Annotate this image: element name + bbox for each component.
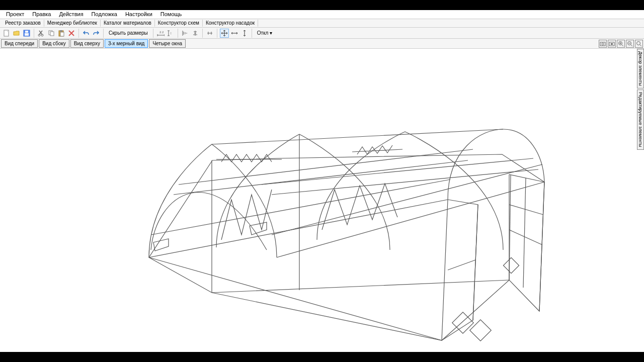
viewbar: Вид спереди Вид сбоку Вид сверху 3-х мер… bbox=[0, 39, 644, 49]
separator bbox=[34, 29, 34, 38]
zoom-out-icon[interactable] bbox=[626, 40, 634, 48]
menu-edit[interactable]: Правка bbox=[28, 11, 55, 18]
undo-icon[interactable] bbox=[82, 29, 91, 38]
deviation-label: Откл bbox=[257, 30, 269, 36]
side-tab-editable[interactable]: Редактируемые элементы bbox=[637, 89, 644, 150]
separator bbox=[178, 29, 178, 38]
menu-order-registry[interactable]: Реестр заказов bbox=[2, 20, 44, 27]
menu-settings[interactable]: Настройки bbox=[121, 11, 156, 18]
view-side-button[interactable]: Вид сбоку bbox=[39, 39, 69, 48]
app-window: Проект Правка Действия Подложка Настройк… bbox=[0, 10, 644, 352]
menu-help[interactable]: Помощь bbox=[156, 11, 186, 18]
svg-rect-20 bbox=[452, 312, 473, 333]
svg-point-19 bbox=[637, 42, 640, 45]
view-right-icons bbox=[599, 40, 643, 48]
deviation-dropdown[interactable]: Откл ▾ bbox=[255, 29, 275, 37]
separator bbox=[217, 29, 217, 38]
menu-project[interactable]: Проект bbox=[2, 11, 28, 18]
svg-text:↕: ↕ bbox=[170, 31, 172, 35]
side-tab-decor[interactable]: Декор элементы bbox=[637, 49, 644, 88]
align-center-icon[interactable] bbox=[191, 29, 200, 38]
menubar: Проект Правка Действия Подложка Настройк… bbox=[0, 10, 644, 19]
separator bbox=[78, 29, 79, 38]
viewport-3d[interactable] bbox=[0, 49, 644, 351]
toolbar: Скрыть размеры 2.2 ↕ Откл ▾ bbox=[0, 28, 644, 39]
view-3d-button[interactable]: 3-х мерный вид bbox=[105, 39, 148, 48]
separator bbox=[252, 29, 252, 38]
svg-rect-9 bbox=[60, 30, 62, 32]
zoom-fit-icon[interactable] bbox=[635, 40, 643, 48]
separator bbox=[103, 29, 104, 38]
secondary-menubar: Реестр заказов Менеджер библиотек Катало… bbox=[0, 19, 644, 28]
svg-text:2.2: 2.2 bbox=[159, 31, 164, 34]
view-top-button[interactable]: Вид сверху bbox=[70, 39, 104, 48]
dimension-v-icon[interactable]: ↕ bbox=[166, 29, 175, 38]
menu-actions[interactable]: Действия bbox=[55, 11, 87, 18]
distribute-icon[interactable] bbox=[205, 29, 214, 38]
svg-rect-7 bbox=[50, 32, 54, 36]
svg-rect-21 bbox=[470, 320, 491, 341]
svg-rect-3 bbox=[25, 31, 28, 33]
open-file-icon[interactable] bbox=[12, 29, 21, 38]
menu-scheme-constructor[interactable]: Конструктор схем bbox=[155, 20, 203, 27]
hide-dimensions-button[interactable]: Скрыть размеры bbox=[106, 29, 150, 37]
move-icon[interactable] bbox=[220, 29, 229, 38]
svg-point-14 bbox=[602, 43, 604, 45]
menu-library-manager[interactable]: Менеджер библиотек bbox=[44, 20, 101, 27]
zoom-in-icon[interactable] bbox=[617, 40, 625, 48]
svg-rect-16 bbox=[611, 43, 613, 45]
cut-icon[interactable] bbox=[37, 29, 46, 38]
new-file-icon[interactable] bbox=[2, 29, 11, 38]
save-icon[interactable] bbox=[22, 29, 31, 38]
separator bbox=[153, 29, 153, 38]
align-left-icon[interactable] bbox=[181, 29, 190, 38]
resize-v-icon[interactable] bbox=[240, 29, 249, 38]
menu-material-catalog[interactable]: Каталог материалов bbox=[101, 20, 155, 27]
paste-icon[interactable] bbox=[57, 29, 66, 38]
svg-rect-22 bbox=[503, 257, 519, 273]
redo-icon[interactable] bbox=[92, 29, 101, 38]
dimension-h-icon[interactable]: 2.2 bbox=[156, 29, 165, 38]
greenhouse-wireframe bbox=[0, 49, 637, 351]
menu-underlay[interactable]: Подложка bbox=[88, 11, 121, 18]
delete-icon[interactable] bbox=[67, 29, 76, 38]
separator bbox=[202, 29, 203, 38]
menu-nozzle-constructor[interactable]: Конструктор насадок bbox=[203, 20, 258, 27]
view-four-windows-button[interactable]: Четыре окна bbox=[149, 39, 186, 48]
svg-rect-10 bbox=[60, 32, 64, 36]
snapshot-icon[interactable] bbox=[608, 40, 616, 48]
copy-icon[interactable] bbox=[47, 29, 56, 38]
side-tabs: Декор элементы Редактируемые элементы bbox=[637, 49, 644, 151]
svg-rect-2 bbox=[25, 33, 29, 36]
camera-icon[interactable] bbox=[599, 40, 607, 48]
resize-h-icon[interactable] bbox=[230, 29, 239, 38]
view-front-button[interactable]: Вид спереди bbox=[1, 39, 38, 48]
